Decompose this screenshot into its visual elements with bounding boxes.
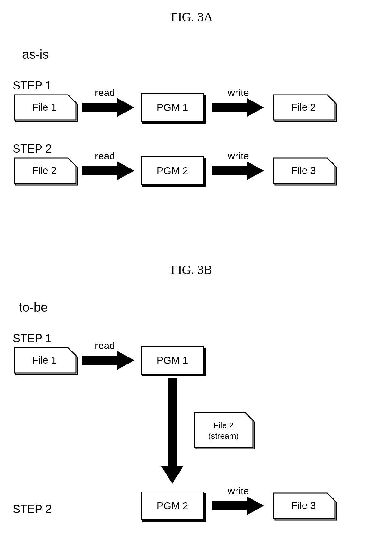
file-shape-file1-3b: File 1	[13, 346, 79, 376]
fig-3a-step2-arrow1-label: read	[95, 150, 115, 162]
pgm2-3b: PGM 2	[141, 492, 204, 520]
fig-3b-section: to-be	[19, 300, 48, 315]
fig-3a-step1-label: STEP 1	[13, 79, 52, 92]
fig-3a-section: as-is	[22, 47, 49, 62]
pgm1-3b-text: PGM 1	[157, 355, 188, 366]
svg-marker-2	[82, 161, 134, 180]
fig-3a-step1-arrow2-label: write	[228, 87, 249, 99]
file2-3a-text: File 2	[291, 101, 316, 113]
pgm1-3a: PGM 1	[141, 93, 204, 122]
file3-3b-text: File 3	[291, 500, 316, 511]
file-shape-file2-stream: File 2 (stream)	[193, 411, 256, 452]
arrow-right-icon	[82, 161, 136, 180]
fig-3a-step1-arrow1-label: read	[95, 87, 115, 99]
file-shape-file3-3a: File 3	[272, 156, 338, 186]
pgm1-3b: PGM 1	[141, 346, 204, 375]
fig-3a-title: FIG. 3A	[171, 9, 213, 24]
pgm2-3a: PGM 2	[141, 156, 204, 185]
svg-marker-0	[82, 98, 134, 117]
pgm1-3a-text: PGM 1	[157, 102, 188, 113]
arrow-right-icon	[212, 161, 266, 180]
svg-marker-5	[161, 378, 183, 484]
pgm2-3a-text: PGM 2	[157, 165, 188, 176]
arrow-right-icon	[212, 496, 266, 515]
fig-3b-step2-arrow-label: write	[228, 485, 249, 497]
file-shape-file3-3b: File 3	[272, 492, 338, 522]
svg-marker-6	[212, 496, 264, 515]
arrow-right-icon	[82, 98, 136, 117]
diagram-page: { "figA": { "title": "FIG. 3A", "section…	[0, 0, 392, 556]
fig-3b-title: FIG. 3B	[171, 262, 212, 277]
fig-3a-step2-arrow2-label: write	[228, 150, 249, 162]
arrow-right-icon	[212, 98, 266, 117]
file2b-3a-text: File 2	[32, 165, 57, 176]
file-shape-file2b-3a: File 2	[13, 156, 79, 186]
svg-marker-4	[82, 351, 134, 370]
file1-3a-text: File 1	[32, 101, 57, 113]
svg-marker-1	[212, 98, 264, 117]
fig-3a-step2-label: STEP 2	[13, 142, 52, 156]
arrow-down-icon	[161, 378, 183, 485]
arrow-right-icon	[82, 351, 136, 370]
pgm2-3b-text: PGM 2	[157, 500, 188, 511]
svg-marker-3	[212, 161, 264, 180]
fig-3b-step2-label: STEP 2	[13, 503, 52, 516]
file2-stream-line2: (stream)	[208, 431, 239, 441]
file2-stream-line1: File 2	[213, 421, 234, 430]
fig-3b-step1-arrow1-label: read	[95, 340, 115, 351]
file-shape-file1-3a: File 1	[13, 93, 79, 123]
file3-3a-text: File 3	[291, 165, 316, 176]
file-shape-file2-3a: File 2	[272, 93, 338, 123]
fig-3b-step1-label: STEP 1	[13, 332, 52, 345]
file1-3b-text: File 1	[32, 354, 57, 366]
